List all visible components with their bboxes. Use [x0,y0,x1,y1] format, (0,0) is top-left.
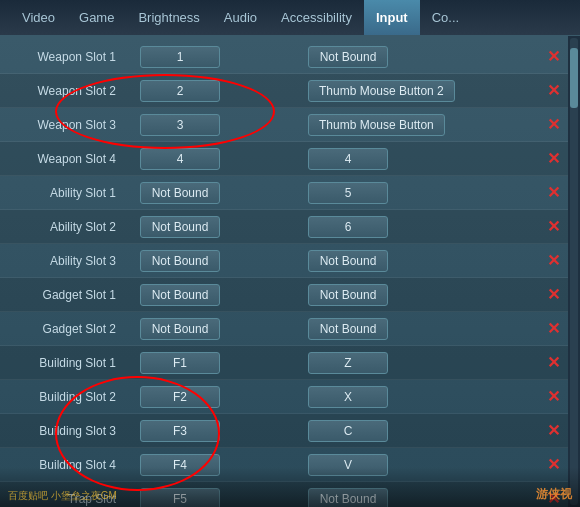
row-label: Ability Slot 3 [0,254,130,268]
primary-binding-button[interactable]: Not Bound [140,318,220,340]
keybinding-table[interactable]: Weapon Slot 1 1 Not Bound ✕ Weapon Slot … [0,36,568,507]
primary-binding-button[interactable]: Not Bound [140,284,220,306]
scrollbar[interactable] [568,36,580,507]
primary-binding-button[interactable]: 2 [140,80,220,102]
table-row: Weapon Slot 2 2 Thumb Mouse Button 2 ✕ [0,74,568,108]
primary-binding-col: F2 [130,386,298,408]
secondary-binding-col: X [298,386,538,408]
primary-binding-col: F1 [130,352,298,374]
secondary-binding-button[interactable]: Not Bound [308,250,388,272]
clear-col: ✕ [538,457,568,473]
secondary-binding-button[interactable]: Not Bound [308,284,388,306]
clear-button[interactable]: ✕ [547,253,560,269]
secondary-binding-button[interactable]: 6 [308,216,388,238]
table-row: Weapon Slot 3 3 Thumb Mouse Button ✕ [0,108,568,142]
clear-button[interactable]: ✕ [547,389,560,405]
secondary-binding-button[interactable]: Not Bound [308,488,388,508]
primary-binding-col: 3 [130,114,298,136]
secondary-binding-col: Not Bound [298,46,538,68]
primary-binding-col: F5 [130,488,298,508]
table-row: Gadget Slot 1 Not Bound Not Bound ✕ [0,278,568,312]
clear-col: ✕ [538,287,568,303]
primary-binding-button[interactable]: 4 [140,148,220,170]
nav-bar: Video Game Brightness Audio Accessibilit… [0,0,580,36]
clear-col: ✕ [538,219,568,235]
table-row: Building Slot 4 F4 V ✕ [0,448,568,482]
nav-item-input[interactable]: Input [364,0,420,35]
secondary-binding-col: 6 [298,216,538,238]
clear-col: ✕ [538,321,568,337]
table-row: Ability Slot 3 Not Bound Not Bound ✕ [0,244,568,278]
clear-button[interactable]: ✕ [547,83,560,99]
secondary-binding-col: Thumb Mouse Button [298,114,538,136]
primary-binding-button[interactable]: 1 [140,46,220,68]
clear-button[interactable]: ✕ [547,185,560,201]
clear-button[interactable]: ✕ [547,457,560,473]
nav-item-video[interactable]: Video [10,0,67,35]
row-label: Weapon Slot 4 [0,152,130,166]
clear-button[interactable]: ✕ [547,219,560,235]
clear-button[interactable]: ✕ [547,321,560,337]
secondary-binding-button[interactable]: Thumb Mouse Button 2 [308,80,455,102]
clear-button[interactable]: ✕ [547,423,560,439]
secondary-binding-button[interactable]: 5 [308,182,388,204]
primary-binding-col: Not Bound [130,216,298,238]
primary-binding-button[interactable]: F5 [140,488,220,508]
clear-button[interactable]: ✕ [547,287,560,303]
row-label: Ability Slot 1 [0,186,130,200]
primary-binding-col: F4 [130,454,298,476]
secondary-binding-button[interactable]: Not Bound [308,46,388,68]
row-label: Trap Slot [0,492,130,506]
clear-button[interactable]: ✕ [547,117,560,133]
row-label: Weapon Slot 2 [0,84,130,98]
secondary-binding-col: Not Bound [298,250,538,272]
clear-col: ✕ [538,253,568,269]
secondary-binding-button[interactable]: V [308,454,388,476]
secondary-binding-button[interactable]: C [308,420,388,442]
clear-button[interactable]: ✕ [547,151,560,167]
primary-binding-col: Not Bound [130,284,298,306]
secondary-binding-col: Not Bound [298,488,538,508]
table-row: Building Slot 3 F3 C ✕ [0,414,568,448]
nav-item-audio[interactable]: Audio [212,0,269,35]
secondary-binding-button[interactable]: Z [308,352,388,374]
primary-binding-col: Not Bound [130,182,298,204]
primary-binding-button[interactable]: Not Bound [140,250,220,272]
nav-item-game[interactable]: Game [67,0,126,35]
secondary-binding-col: Z [298,352,538,374]
row-label: Building Slot 4 [0,458,130,472]
scrollbar-track[interactable] [570,38,578,505]
primary-binding-button[interactable]: Not Bound [140,182,220,204]
nav-item-accessibility[interactable]: Accessibility [269,0,364,35]
clear-button[interactable]: ✕ [547,49,560,65]
clear-col: ✕ [538,491,568,507]
table-row: Ability Slot 1 Not Bound 5 ✕ [0,176,568,210]
nav-item-more[interactable]: Co... [420,0,471,35]
primary-binding-button[interactable]: 3 [140,114,220,136]
secondary-binding-col: V [298,454,538,476]
secondary-binding-col: Not Bound [298,284,538,306]
secondary-binding-button[interactable]: Thumb Mouse Button [308,114,445,136]
clear-col: ✕ [538,185,568,201]
secondary-binding-button[interactable]: Not Bound [308,318,388,340]
row-label: Ability Slot 2 [0,220,130,234]
clear-button[interactable]: ✕ [547,355,560,371]
clear-col: ✕ [538,49,568,65]
row-label: Weapon Slot 3 [0,118,130,132]
primary-binding-col: 1 [130,46,298,68]
primary-binding-button[interactable]: F3 [140,420,220,442]
primary-binding-button[interactable]: F4 [140,454,220,476]
secondary-binding-button[interactable]: X [308,386,388,408]
secondary-binding-button[interactable]: 4 [308,148,388,170]
nav-item-brightness[interactable]: Brightness [126,0,211,35]
primary-binding-button[interactable]: F2 [140,386,220,408]
table-row: Building Slot 1 F1 Z ✕ [0,346,568,380]
row-label: Building Slot 3 [0,424,130,438]
secondary-binding-col: Thumb Mouse Button 2 [298,80,538,102]
primary-binding-button[interactable]: Not Bound [140,216,220,238]
clear-button[interactable]: ✕ [547,491,560,507]
table-row: Weapon Slot 1 1 Not Bound ✕ [0,40,568,74]
scrollbar-thumb[interactable] [570,48,578,108]
primary-binding-button[interactable]: F1 [140,352,220,374]
table-row: Trap Slot F5 Not Bound ✕ [0,482,568,507]
